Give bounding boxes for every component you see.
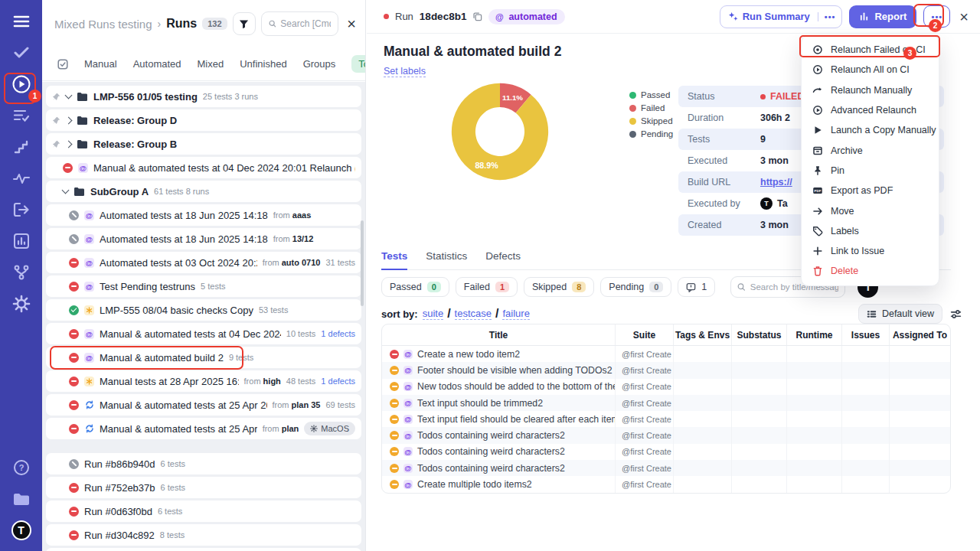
failed-status-icon [63,163,73,173]
runs-tab-unfinished[interactable]: Unfinished [240,58,286,70]
pin-icon [812,165,823,176]
run-row[interactable]: Run #d304c8928 tests [46,524,361,546]
donut-label-failed: 11.1% [502,93,523,102]
run-row[interactable]: LMP-555 08/04 basic checks Copy53 tests [46,299,361,321]
filter-chip-failed[interactable]: Failed1 [456,277,518,297]
run-row[interactable]: Manual & automated tests at 25 Apr 2025 … [46,394,361,416]
runs-play-icon[interactable] [11,73,32,95]
tab-tests[interactable]: Tests [381,250,407,270]
run-row[interactable]: Run #0d63f0bd6 tests [46,500,361,522]
more-actions-button[interactable]: ••• [923,5,950,28]
menu-item-launch-a-copy-manually[interactable]: Launch a Copy Manually [802,120,939,140]
run-summary-more-icon[interactable]: ••• [818,12,842,21]
filter-chip-skipped[interactable]: Skipped8 [524,277,594,297]
sort-link-failure[interactable]: failure [502,308,529,320]
test-row[interactable]: @Text input field should be cleared afte… [382,411,950,427]
runs-tab-groups[interactable]: Groups [303,58,336,70]
breadcrumb-project[interactable]: Mixed Runs testing [54,18,152,31]
link-issue-icon [812,246,823,256]
run-row[interactable]: @Automated tests at 18 Jun 2025 14:18fro… [46,228,361,249]
column-settings-icon[interactable] [950,308,962,320]
build-url-link[interactable]: https:// [760,177,792,187]
detail-close-icon[interactable]: × [957,9,971,24]
runs-folder-row[interactable]: Release: Group D [46,109,361,131]
run-row[interactable]: Manual tests at 28 Apr 2025 16:50from hi… [46,370,361,392]
chevron-down-icon[interactable] [62,187,70,194]
automated-badge[interactable]: @automated [488,9,564,24]
run-summary-button[interactable]: Run Summary ••• [720,5,843,28]
sort-link-testcase[interactable]: testcase [455,308,492,320]
filter-button[interactable] [233,12,256,35]
default-view-button[interactable]: Default view [858,304,942,324]
test-row[interactable]: @New todos should be added to the bottom… [382,379,950,395]
comments-filter-chip[interactable]: 1 [678,277,715,297]
filter-chip-passed[interactable]: Passed0 [381,277,449,297]
runs-folder-row[interactable]: Release: Group B [46,133,361,155]
run-row[interactable]: @Manual & automated tests at 04 Dec 2024… [46,157,361,178]
runs-folder-row[interactable]: LMP-556 01/05 testing25 tests 3 runs [46,86,361,107]
test-row[interactable]: @Text input should be trimmed2@first Cre… [382,395,950,411]
test-row[interactable]: @Todos containing weird characters2@firs… [382,427,950,443]
tasks-check-icon[interactable] [11,42,32,64]
run-row-selected[interactable]: @Manual & automated build 29 tests [46,347,361,368]
run-row[interactable]: Run #b86b940d6 tests [46,453,361,474]
runs-folder-row[interactable]: SubGroup A61 tests 8 runs [46,181,361,202]
runs-tab-manual[interactable]: Manual [84,58,117,70]
import-icon[interactable] [11,199,32,220]
chevron-down-icon[interactable] [65,92,73,99]
run-row[interactable]: @Manual & automated tests at 04 Dec 2024… [46,323,361,344]
sort-link-suite[interactable]: suite [423,308,443,320]
filter-chip-pending[interactable]: Pending0 [600,277,671,297]
run-row[interactable]: @Test Pending testruns5 tests [46,276,361,297]
menu-item-relaunch-all-on-ci[interactable]: Relaunch All on CI [802,60,939,80]
run-row[interactable]: @Automated tests at 03 Oct 2024 20:25fro… [46,252,361,273]
test-row[interactable]: @Create multiple todo items2@first Creat… [382,476,950,492]
user-avatar[interactable]: T [11,520,32,541]
run-row[interactable]: Run #752eb37b6 tests [46,477,361,498]
runs-list-scrollbar[interactable] [361,220,364,306]
runs-tab-automated[interactable]: Automated [133,58,181,70]
test-row[interactable]: @Todos containing weird characters2@firs… [382,460,950,476]
run-row[interactable]: @Automated tests at 18 Jun 2025 14:18fro… [46,204,361,226]
menu-item-move[interactable]: Move [802,201,939,220]
test-row[interactable]: @Footer should be visible when adding TO… [382,362,950,378]
help-icon[interactable]: ? [11,457,32,478]
tab-statistics[interactable]: Statistics [426,250,467,269]
list-check-icon[interactable] [11,105,32,126]
report-button[interactable]: Report [849,5,916,28]
menu-item-link-to-issue[interactable]: Link to Issue [802,241,939,261]
menu-icon[interactable] [11,11,32,32]
chevron-right-icon[interactable] [65,116,73,124]
folder-icon [77,92,88,102]
runs-tab-mixed[interactable]: Mixed [198,58,224,70]
menu-item-archive[interactable]: Archive [802,140,939,160]
projects-folder-icon[interactable] [11,488,32,510]
select-all-icon[interactable] [57,59,68,70]
menu-item-relaunch-manually[interactable]: Relaunch Manually [802,80,939,100]
menu-item-relaunch-failed-on-ci[interactable]: Relaunch Failed on CI [802,40,939,60]
chevron-right-icon[interactable] [65,140,73,148]
tab-defects[interactable]: Defects [485,250,521,269]
runs-search-input[interactable] [280,18,331,29]
run-row[interactable]: Manual & automated tests at 25 Apr 2025 … [46,418,361,439]
analytics-icon[interactable] [11,230,32,252]
settings-gear-icon[interactable] [11,293,32,315]
copy-icon[interactable] [472,11,482,21]
canceled-status-icon [69,234,79,244]
runs-tab-to[interactable]: To [351,55,365,73]
test-row[interactable]: @Create a new todo item2@first Create ..… [382,346,950,362]
runs-search[interactable] [261,11,339,36]
menu-item-advanced-relaunch[interactable]: Advanced Relaunch [802,100,939,120]
automated-icon: @ [403,464,413,473]
test-row[interactable]: @Todos containing weird characters2@firs… [382,444,950,460]
menu-item-labels[interactable]: Labels [802,221,939,241]
run-row[interactable]: Run #26d301455 tests [46,548,361,551]
menu-item-export-as-pdf[interactable]: PDFExport as PDF [802,181,939,201]
menu-item-delete[interactable]: Delete [802,261,939,281]
menu-item-pin[interactable]: Pin [802,161,939,181]
pulse-icon[interactable] [11,168,32,189]
set-labels-link[interactable]: Set labels [384,66,426,77]
branch-icon[interactable] [11,262,32,283]
steps-icon[interactable] [11,136,32,158]
runs-panel-close-icon[interactable]: × [344,16,359,31]
